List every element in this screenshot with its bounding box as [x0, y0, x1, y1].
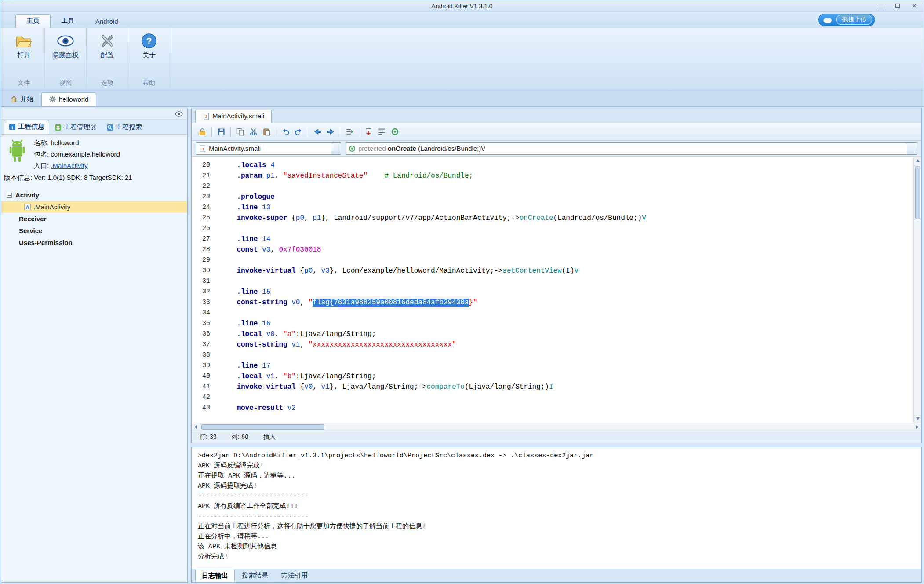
info-icon: i — [9, 124, 16, 131]
ribbon-tab-工具[interactable]: 工具 — [51, 15, 85, 28]
scroll-down-button[interactable] — [914, 415, 922, 423]
log-tab-方法引用[interactable]: 方法引用 — [275, 569, 314, 582]
panel-splitter[interactable] — [191, 443, 922, 447]
toolbar-method-ref-button[interactable] — [389, 126, 401, 138]
code-line[interactable]: 35 .line 16 — [192, 318, 913, 329]
entry-activity-link[interactable]: .MainActivity — [51, 162, 87, 169]
line-number: 29 — [192, 255, 220, 266]
code-line[interactable]: 37 const-string v1, "xxxxxxxxxxxxxxxxxxx… — [192, 339, 913, 350]
code-line[interactable]: 43 move-result v2 — [192, 403, 913, 413]
code-text: move-result v2 — [220, 403, 296, 413]
tree-item-receiver[interactable]: Receiver — [1, 213, 187, 225]
log-tab-日志输出[interactable]: 日志输出 — [195, 569, 235, 583]
code-line[interactable]: 27 .line 14 — [192, 234, 913, 245]
code-line[interactable]: 30 invoke-virtual {p0, v3}, Lcom/example… — [192, 266, 913, 276]
close-button[interactable] — [907, 2, 922, 10]
code-line[interactable]: 31 — [192, 276, 913, 287]
minimize-button[interactable] — [873, 2, 888, 10]
ribbon-button-打开[interactable]: 打开 — [7, 30, 41, 61]
line-number: 25 — [192, 213, 220, 223]
smali-file-icon: J — [203, 113, 210, 120]
project-tree: ActivityA.MainActivityReceiverServiceUse… — [1, 189, 187, 248]
file-combo[interactable]: J MainActivity.smali — [196, 142, 341, 155]
line-number: 42 — [192, 392, 220, 403]
tree-item-service[interactable]: Service — [1, 225, 187, 237]
code-text: .line 17 — [220, 361, 270, 371]
method-combo-dropdown-button[interactable] — [907, 143, 917, 154]
code-line[interactable]: 23 .prologue — [192, 192, 913, 202]
toolbar-cut-button[interactable] — [247, 126, 259, 138]
code-line[interactable]: 26 — [192, 223, 913, 234]
toolbar-redo-button[interactable] — [292, 126, 305, 138]
drag-upload-button[interactable]: 拖拽上传 — [836, 15, 872, 25]
ribbon-button-关于[interactable]: ?关于 — [132, 30, 166, 61]
vertical-scrollbar[interactable] — [913, 157, 921, 423]
document-tab-开始[interactable]: 开始 — [3, 92, 40, 106]
code-line[interactable]: 28 const v3, 0x7f030018 — [192, 245, 913, 255]
tree-item-usespermission[interactable]: Uses-Permission — [1, 237, 187, 248]
log-panel: >dex2jar D:\AndroidKiller_v1.3.1\project… — [191, 447, 922, 583]
file-combo-dropdown-button[interactable] — [331, 143, 341, 154]
scroll-right-button[interactable] — [913, 423, 921, 431]
toolbar-paste-button[interactable] — [260, 126, 273, 138]
sidebar-tab-工程信息[interactable]: i工程信息 — [4, 120, 49, 134]
editor-tab-mainactivity[interactable]: J MainActivity.smali — [195, 110, 272, 123]
line-number: 36 — [192, 329, 220, 339]
method-combo[interactable]: protected onCreate (Landroid/os/Bundle;)… — [346, 142, 917, 155]
scroll-left-button[interactable] — [192, 423, 200, 431]
code-line[interactable]: 36 .local v0, "a":Ljava/lang/String; — [192, 329, 913, 339]
code-line[interactable]: 20 .locals 4 — [192, 160, 913, 171]
code-line[interactable]: 24 .line 13 — [192, 202, 913, 213]
version-info: 版本信息: Ver: 1.0(1) SDK: 8 TargetSDK: 21 — [1, 172, 187, 186]
code-line[interactable]: 34 — [192, 308, 913, 318]
vertical-scroll-thumb[interactable] — [915, 166, 920, 219]
code-line[interactable]: 33 const-string v0, "flag{7631a988259a00… — [192, 297, 913, 308]
maximize-button[interactable] — [890, 2, 905, 10]
toolbar-copy-button[interactable] — [234, 126, 246, 138]
horizontal-scroll-thumb[interactable] — [201, 424, 324, 430]
tree-item-label: Receiver — [19, 215, 47, 223]
code-line[interactable]: 32 .line 15 — [192, 287, 913, 297]
code-line[interactable]: 40 .local v1, "b":Ljava/lang/String; — [192, 371, 913, 382]
code-text: const-string v1, "xxxxxxxxxxxxxxxxxxxxxx… — [220, 339, 456, 350]
ribbon-group-文件: 打开文件 — [3, 28, 45, 90]
ribbon-tab-Android[interactable]: Android — [85, 15, 129, 28]
ribbon-button-配置[interactable]: 配置 — [90, 30, 124, 61]
toolbar-lock-button[interactable] — [196, 126, 208, 138]
ribbon-tab-主页[interactable]: 主页 — [15, 14, 51, 28]
panel-eye-toggle[interactable] — [175, 111, 183, 117]
sidebar-tab-工程搜索[interactable]: 工程搜索 — [102, 121, 146, 134]
code-line[interactable]: 22 — [192, 181, 913, 192]
horizontal-scrollbar[interactable] — [192, 423, 921, 431]
config-tools-icon — [98, 32, 116, 50]
code-line[interactable]: 41 invoke-virtual {v0, v1}, Ljava/lang/S… — [192, 382, 913, 392]
toolbar-goto-button[interactable] — [343, 126, 356, 138]
toolbar-export-button[interactable] — [362, 126, 375, 138]
line-number: 26 — [192, 223, 220, 234]
ribbon-button-label: 打开 — [10, 51, 37, 59]
toolbar-separator — [276, 127, 276, 137]
scroll-up-button[interactable] — [914, 157, 922, 164]
code-line[interactable]: 42 — [192, 392, 913, 403]
code-editor: 20 .locals 421 .param p1, "savedInstance… — [192, 157, 921, 423]
toolbar-undo-button[interactable] — [279, 126, 291, 138]
tree-item-mainactivity[interactable]: A.MainActivity — [1, 201, 187, 213]
ribbon-button-隐藏面板[interactable]: 隐藏面板 — [48, 30, 83, 61]
code-line[interactable]: 25 invoke-super {p0, p1}, Landroid/suppo… — [192, 213, 913, 223]
toolbar-forward-button[interactable] — [324, 126, 337, 138]
code-line[interactable]: 21 .param p1, "savedInstanceState" # Lan… — [192, 171, 913, 181]
code-lines[interactable]: 20 .locals 421 .param p1, "savedInstance… — [192, 157, 913, 423]
code-line[interactable]: 39 .line 17 — [192, 361, 913, 371]
toolbar-back-button[interactable] — [311, 126, 324, 138]
document-tab-helloworld[interactable]: helloworld — [41, 92, 96, 106]
sidebar-tab-工程管理器[interactable]: 工程管理器 — [50, 121, 101, 134]
method-signature: (Landroid/os/Bundle;)V — [418, 145, 485, 152]
expand-minus-icon[interactable] — [7, 193, 12, 198]
tree-item-activity[interactable]: Activity — [1, 189, 187, 201]
log-tab-搜索结果[interactable]: 搜索结果 — [236, 569, 274, 582]
drag-upload-widget[interactable]: 拖拽上传 — [818, 14, 875, 26]
toolbar-format-button[interactable] — [375, 126, 388, 138]
toolbar-save-button[interactable] — [215, 126, 227, 138]
code-line[interactable]: 29 — [192, 255, 913, 266]
code-line[interactable]: 38 — [192, 350, 913, 361]
